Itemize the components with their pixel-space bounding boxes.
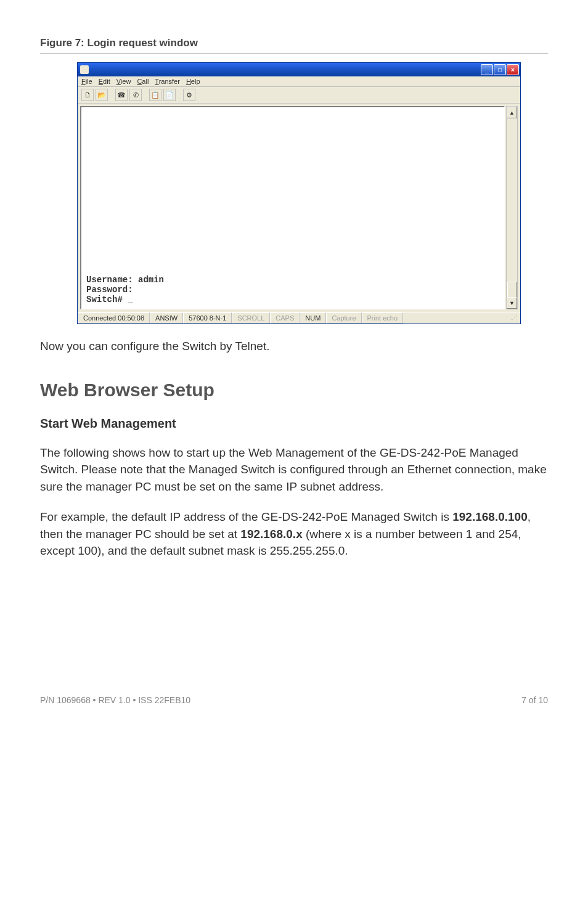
menu-bar: File Edit View Call Transfer Help: [78, 76, 520, 87]
scroll-up-icon[interactable]: ▲: [507, 107, 517, 118]
toolbar: 🗋 📂 ☎ ✆ 📋 📄 ⚙: [78, 87, 520, 104]
scroll-down-icon[interactable]: ▼: [507, 297, 517, 309]
status-printecho: Print echo: [362, 312, 404, 324]
paragraph: For example, the default IP address of t…: [40, 508, 548, 560]
new-icon[interactable]: 🗋: [81, 89, 94, 101]
status-scroll: SCROLL: [232, 312, 270, 324]
open-icon[interactable]: 📂: [96, 89, 108, 101]
status-settings: 57600 8-N-1: [183, 312, 232, 324]
receive-icon[interactable]: 📄: [163, 89, 176, 101]
strong-ip: 192.168.0.100: [452, 510, 528, 523]
close-button[interactable]: ×: [507, 64, 519, 75]
menu-file[interactable]: File: [81, 78, 92, 85]
status-capture: Capture: [326, 312, 361, 324]
text-run: For example, the default IP address of t…: [40, 510, 452, 523]
paragraph: The following shows how to start up the …: [40, 444, 548, 495]
properties-icon[interactable]: ⚙: [183, 89, 195, 101]
toolbar-sep: [178, 89, 181, 101]
resize-grip-icon[interactable]: ⋰: [508, 312, 520, 324]
disconnect-icon[interactable]: ✆: [129, 89, 142, 101]
menu-view[interactable]: View: [116, 78, 131, 85]
section-heading: Web Browser Setup: [40, 380, 548, 401]
terminal-line: Password:: [86, 285, 499, 295]
toolbar-sep: [110, 89, 113, 101]
menu-call[interactable]: Call: [137, 78, 149, 85]
caption-divider: [40, 53, 548, 54]
status-connected: Connected 00:50:08: [78, 312, 150, 324]
scroll-thumb[interactable]: [507, 282, 517, 298]
send-icon[interactable]: 📋: [149, 89, 161, 101]
terminal-output[interactable]: Username: admin Password: Switch# _: [80, 106, 505, 309]
strong-ip: 192.168.0.x: [240, 528, 302, 540]
menu-edit[interactable]: Edit: [99, 78, 110, 85]
window-controls: _ □ ×: [481, 64, 519, 75]
status-emulation: ANSIW: [150, 312, 183, 324]
status-num: NUM: [300, 312, 326, 324]
footer-right: 7 of 10: [521, 695, 548, 705]
screenshot-figure: _ □ × File Edit View Call Transfer Help …: [77, 62, 521, 324]
terminal-container: Username: admin Password: Switch# _ ▲ ▼: [78, 104, 520, 312]
connect-icon[interactable]: ☎: [115, 89, 128, 101]
footer-left: P/N 1069668 • REV 1.0 • ISS 22FEB10: [40, 695, 190, 705]
minimize-button[interactable]: _: [481, 64, 493, 75]
window-titlebar: _ □ ×: [78, 63, 520, 76]
vertical-scrollbar[interactable]: ▲ ▼: [506, 106, 518, 309]
subsection-heading: Start Web Management: [40, 417, 548, 431]
status-bar: Connected 00:50:08 ANSIW 57600 8-N-1 SCR…: [78, 312, 520, 324]
hyperterminal-window: _ □ × File Edit View Call Transfer Help …: [77, 62, 521, 324]
maximize-button[interactable]: □: [494, 64, 506, 75]
menu-transfer[interactable]: Transfer: [155, 78, 180, 85]
app-icon: [80, 65, 89, 74]
figure-caption: Figure 7: Login request window: [40, 37, 548, 49]
toolbar-sep: [144, 89, 147, 101]
status-caps: CAPS: [270, 312, 300, 324]
menu-help[interactable]: Help: [186, 78, 200, 85]
terminal-line: Username: admin: [86, 275, 499, 285]
paragraph: Now you can configure the Switch by Teln…: [40, 338, 548, 355]
page-footer: P/N 1069668 • REV 1.0 • ISS 22FEB10 7 of…: [40, 695, 548, 705]
terminal-line: Switch# _: [86, 295, 499, 304]
